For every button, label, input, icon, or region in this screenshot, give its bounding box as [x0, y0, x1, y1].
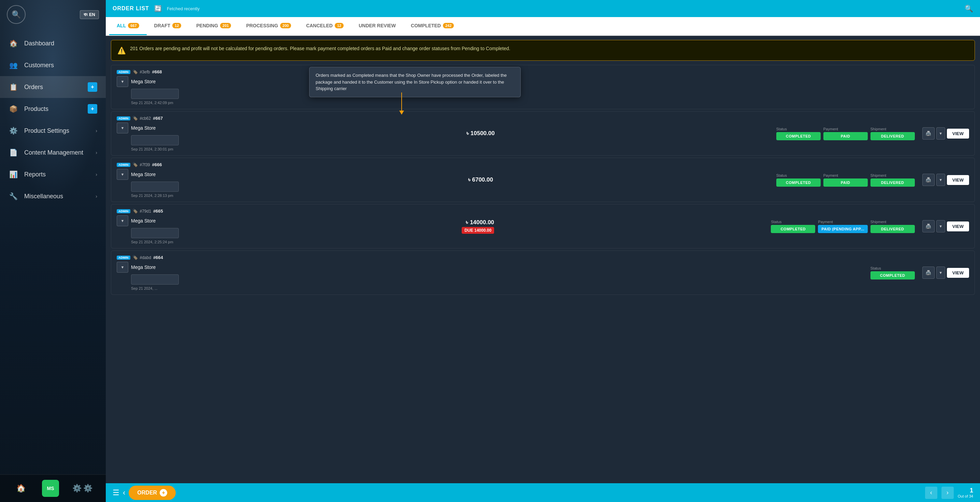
sidebar-item-products[interactable]: 📦 Products + [0, 98, 106, 120]
home-footer-icon[interactable]: 🏠 [13, 481, 29, 496]
tab-all[interactable]: ALL 667 [109, 17, 147, 35]
order-dropdown-button[interactable]: ▼ [117, 169, 128, 180]
action-dropdown-button[interactable]: ▼ [936, 266, 945, 279]
order-store-input-wrapper [131, 274, 185, 285]
status-btn-shipment[interactable]: DELIVERED [870, 132, 915, 140]
order-store-input-wrapper [131, 228, 185, 238]
order-actions: 🖨️ ▼ VIEW [922, 266, 969, 279]
order-input-field[interactable] [131, 182, 179, 192]
tab-completed[interactable]: COMPLETED 242 [403, 17, 461, 35]
tab-pending[interactable]: PENDING 201 [189, 17, 239, 35]
fetched-text: Fetched recently [167, 6, 200, 11]
hamburger-button[interactable]: ☰ [113, 488, 119, 497]
sidebar-item-miscellaneous[interactable]: 🔧 Miscellaneous › [0, 185, 106, 207]
ms-badge[interactable]: MS [42, 480, 59, 497]
settings-footer-icon[interactable]: ⚙️⚙️ [72, 484, 92, 493]
action-dropdown-button[interactable]: ▼ [936, 220, 945, 233]
sidebar-item-orders[interactable]: 📋 Orders + [0, 76, 106, 98]
next-page-button[interactable]: › [942, 487, 954, 499]
status-btn-shipment[interactable]: DELIVERED [870, 225, 915, 233]
sidebar-item-content-management[interactable]: 📄 Content Management › [0, 142, 106, 164]
nav-add-orders[interactable]: + [88, 82, 97, 92]
order-info: ADMIN 🏷️ #79d1 #665 ▼ Mega Store Sep 21 … [117, 209, 185, 244]
status-btn-status[interactable]: COMPLETED [776, 178, 821, 186]
order-info: ADMIN 🏷️ #3efb #668 ▼ Mega Store Sep 21 … [117, 69, 185, 105]
order-store-input-wrapper [131, 89, 185, 99]
action-dropdown-button[interactable]: ▼ [936, 174, 945, 186]
status-btn-payment[interactable]: PAID (PENDING APP... [818, 225, 867, 233]
back-button[interactable]: ‹ [123, 488, 125, 497]
order-input-field[interactable] [131, 89, 179, 99]
nav-icon-content-management: 📄 [8, 148, 18, 157]
sidebar-item-dashboard[interactable]: 🏠 Dashboard [0, 32, 106, 54]
admin-badge: ADMIN [117, 116, 130, 121]
order-number: #666 [152, 162, 162, 167]
status-btn-status[interactable]: COMPLETED [870, 271, 915, 279]
nav-label-miscellaneous: Miscellaneous [24, 193, 89, 200]
amount-value: ৳ 10500.00 [466, 130, 495, 137]
view-button[interactable]: VIEW [947, 129, 969, 139]
sidebar-item-customers[interactable]: 👥 Customers [0, 54, 106, 76]
admin-badge: ADMIN [117, 209, 130, 213]
tab-label-all: ALL [117, 23, 126, 28]
order-date: Sep 21 2024, 2:28:13 pm [131, 193, 185, 198]
order-input-field[interactable] [131, 274, 179, 285]
order-hash: #7f39 [140, 163, 150, 167]
view-button[interactable]: VIEW [947, 175, 969, 185]
status-btn-status[interactable]: COMPLETED [776, 132, 821, 140]
bottombar: ☰ ‹ ORDER + ‹ › 1 Out of 34 [106, 483, 980, 502]
order-store-name: Mega Store [131, 218, 156, 223]
status-label-shipment: Shipment [870, 220, 915, 224]
sidebar-item-product-settings[interactable]: ⚙️ Product Settings › [0, 120, 106, 142]
status-btn-status[interactable]: COMPLETED [771, 225, 815, 233]
search-icon[interactable]: 🔍 [965, 5, 973, 13]
order-btn-label: ORDER [137, 490, 157, 496]
tab-under-review[interactable]: UNDER REVIEW [351, 17, 403, 35]
status-btn-payment[interactable]: PAID [823, 178, 868, 186]
view-button[interactable]: VIEW [947, 222, 969, 231]
nav-label-products: Products [24, 105, 81, 113]
status-group-status: Status COMPLETED [870, 266, 915, 279]
prev-page-button[interactable]: ‹ [925, 487, 937, 499]
tab-processing[interactable]: PROCESSING 200 [239, 17, 299, 35]
order-dropdown-button[interactable]: ▼ [117, 123, 128, 134]
status-label-shipment: Shipment [870, 174, 915, 177]
nav-add-products[interactable]: + [88, 104, 97, 114]
alert-icon: ⚠️ [118, 45, 126, 56]
status-group-payment: Payment PAID (PENDING APP... [818, 220, 867, 233]
print-button[interactable]: 🖨️ [922, 174, 935, 186]
tab-label-pending: PENDING [196, 23, 218, 28]
refresh-icon[interactable]: 🔄 [154, 5, 162, 12]
print-button[interactable]: 🖨️ [922, 220, 935, 233]
language-badge[interactable]: বাং EN [80, 10, 99, 19]
order-number: #668 [152, 69, 162, 74]
action-dropdown-button[interactable]: ▼ [936, 127, 945, 140]
page-title: ORDER LIST [113, 5, 149, 11]
due-badge: DUE 14000.00 [462, 227, 494, 234]
order-dropdown-button[interactable]: ▼ [117, 215, 128, 226]
status-btn-shipment[interactable]: DELIVERED [870, 178, 915, 186]
print-button[interactable]: 🖨️ [922, 266, 935, 279]
tab-canceled[interactable]: CANCELED 12 [299, 17, 351, 35]
order-dropdown-button[interactable]: ▼ [117, 262, 128, 273]
nav-icon-products: 📦 [8, 104, 18, 114]
tab-draft[interactable]: DRAFT 12 [147, 17, 189, 35]
add-order-button[interactable]: ORDER + [129, 486, 176, 500]
view-button[interactable]: VIEW [947, 268, 969, 278]
order-input-field[interactable] [131, 135, 179, 145]
order-actions: 🖨️ ▼ VIEW [922, 127, 969, 140]
print-button[interactable]: 🖨️ [922, 127, 935, 140]
sidebar-item-reports[interactable]: 📊 Reports › [0, 164, 106, 185]
order-date: Sep 21 2024, ... [131, 286, 185, 290]
order-input-field[interactable] [131, 228, 179, 238]
current-page: 1 [958, 487, 973, 494]
status-label-payment: Payment [818, 220, 867, 224]
order-dropdown-button[interactable]: ▼ [117, 76, 128, 87]
status-btn-payment[interactable]: PAID [823, 132, 868, 140]
tab-badge-completed: 242 [443, 23, 454, 28]
order-actions: 🖨️ ▼ VIEW [922, 220, 969, 233]
status-label-shipment: Shipment [870, 127, 915, 131]
search-icon[interactable]: 🔍 [7, 5, 25, 24]
sidebar-header: 🔍 বাং EN [0, 0, 106, 29]
nav-arrow-reports: › [95, 172, 97, 177]
